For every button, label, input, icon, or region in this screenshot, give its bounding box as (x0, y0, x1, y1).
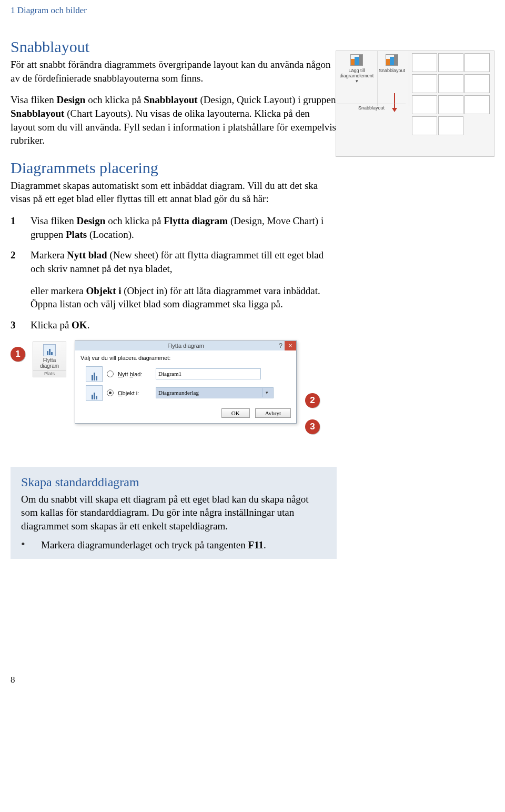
move-chart-label-2: diagram (33, 363, 66, 369)
move-chart-button[interactable]: Flytta diagram Plats (33, 342, 66, 377)
add-chart-element-button[interactable]: Lägg till diagramelement ▾ (336, 51, 378, 106)
combo-value: Diagramunderlag (158, 388, 199, 397)
layout-thumb[interactable] (464, 74, 490, 93)
move-chart-label-1: Flytta (33, 357, 66, 363)
tip-bullet: • Markera diagramunderlaget och tryck på… (21, 538, 326, 552)
object-in-icon (86, 385, 103, 401)
layout-thumb[interactable] (438, 74, 463, 93)
step-2-sub: eller markera Objekt i (Object in) för a… (31, 284, 337, 311)
ok-button[interactable]: OK (221, 408, 250, 418)
layout-thumb[interactable] (412, 53, 437, 72)
layout-thumb[interactable] (464, 95, 490, 114)
steps-list: 1 Visa fliken Design och klicka på Flytt… (11, 214, 337, 276)
layout-thumb[interactable] (438, 95, 463, 114)
layout-thumb[interactable] (438, 53, 463, 72)
callout-2: 2 (305, 393, 320, 408)
radio-object-in[interactable] (107, 389, 114, 396)
option-object-in-row: Objekt i: Diagramunderlag ▾ (86, 385, 291, 401)
layout-thumb[interactable] (464, 53, 490, 72)
section2-intro: Diagrammet skapas automatiskt som ett in… (11, 179, 337, 206)
cancel-button[interactable]: Avbryt (255, 408, 291, 418)
combo-object-in[interactable]: Diagramunderlag ▾ (156, 387, 274, 398)
radio-new-sheet[interactable] (107, 370, 114, 377)
quicklayout-button[interactable]: Snabblayout (375, 51, 409, 106)
chevron-down-icon[interactable]: ▾ (262, 388, 271, 397)
dialog-title: Flytta diagram (167, 343, 204, 349)
section-title-snabblayout: Snabblayout (11, 38, 337, 56)
callout-1: 1 (11, 347, 25, 362)
move-chart-group: Plats (33, 370, 66, 376)
add-chart-element-label: Lägg till diagramelement ▾ (338, 68, 375, 84)
new-sheet-icon (86, 366, 103, 382)
section-title-placering: Diagrammets placering (11, 159, 337, 177)
add-chart-element-icon (350, 54, 363, 66)
layout-thumb[interactable] (412, 95, 437, 114)
help-icon[interactable]: ? (279, 342, 282, 349)
chapter-header: 1 Diagram och bilder (11, 0, 473, 26)
step-1: 1 Visa fliken Design och klicka på Flytt… (11, 214, 337, 241)
tip-body: Om du snabbt vill skapa ett diagram på e… (21, 493, 326, 533)
label-object-in: Objekt i: (118, 390, 152, 396)
layout-thumb[interactable] (438, 116, 463, 135)
page-number: 8 (11, 675, 337, 685)
quicklayout-icon (386, 54, 398, 66)
label-new-sheet: NNytt blad:ytt blad: (118, 371, 152, 377)
step-3: 3 Klicka på OK. (11, 318, 337, 332)
option-new-sheet-row: NNytt blad:ytt blad: Diagram1 (86, 366, 291, 382)
callout-3: 3 (305, 419, 320, 434)
layout-thumb[interactable] (412, 74, 437, 93)
close-icon[interactable]: × (285, 341, 296, 350)
layout-thumb[interactable] (412, 116, 437, 135)
section1-p2: Visa fliken Design och klicka på Snabbla… (11, 93, 337, 147)
steps-list-3: 3 Klicka på OK. (11, 318, 337, 332)
tip-title: Skapa standarddiagram (21, 475, 326, 489)
ribbon-quicklayout-gallery: Lägg till diagramelement ▾ Snabblayout S… (336, 51, 494, 157)
tip-box: Skapa standarddiagram Om du snabbt vill … (11, 467, 337, 559)
section1-p1: För att snabbt förändra diagrammets över… (11, 58, 337, 85)
move-chart-icon (43, 344, 56, 356)
dialog-lead-text: Välj var du vill placera diagrammet: (80, 355, 291, 361)
move-chart-dialog: Flytta diagram ? × Välj var du vill plac… (75, 340, 297, 424)
quicklayout-label: Snabblayout (377, 68, 407, 73)
step-2: 2 Markera Nytt blad (New sheet) för att … (11, 248, 337, 275)
ribbon-group-caption: Snabblayout (337, 104, 406, 111)
dialog-titlebar: Flytta diagram ? × (75, 341, 296, 350)
input-new-sheet-name[interactable]: Diagram1 (156, 368, 261, 379)
layout-gallery[interactable] (412, 53, 492, 135)
